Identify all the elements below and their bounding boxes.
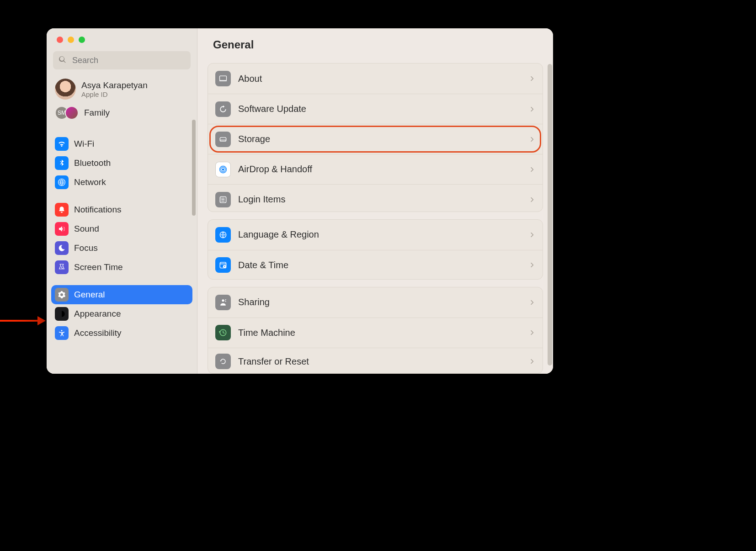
account-name: Asya Karapetyan	[81, 80, 148, 90]
family-label: Family	[84, 108, 110, 118]
svg-rect-1	[220, 76, 227, 80]
sidebar-item-label: Focus	[74, 243, 98, 253]
chevron-right-icon	[529, 232, 535, 238]
chevron-right-icon	[529, 136, 535, 143]
sidebar: Asya Karapetyan Apple ID SM Family Wi-Fi	[47, 28, 197, 374]
family-avatars: SM	[55, 106, 79, 120]
sidebar-item-label: General	[74, 290, 105, 300]
focus-icon	[55, 241, 69, 255]
storage-icon	[215, 132, 231, 147]
annotation-arrow	[0, 317, 46, 324]
row-label: Transfer or Reset	[238, 356, 522, 367]
search-field[interactable]	[53, 51, 191, 69]
svg-point-9	[221, 197, 222, 198]
transfer-reset-icon	[215, 354, 231, 369]
content-scrollbar[interactable]	[548, 64, 552, 366]
settings-group-3: Sharing Time Machine Transfer or Reset	[208, 287, 543, 374]
svg-point-11	[221, 201, 222, 201]
chevron-right-icon	[529, 196, 535, 203]
chevron-right-icon	[529, 262, 535, 268]
row-label: Storage	[238, 134, 522, 144]
sidebar-item-label: Sound	[74, 224, 99, 234]
sound-icon	[55, 222, 69, 236]
sharing-icon	[215, 295, 231, 310]
settings-window: Asya Karapetyan Apple ID SM Family Wi-Fi	[47, 28, 553, 374]
sidebar-item-sound[interactable]: Sound	[51, 219, 192, 238]
svg-point-10	[221, 199, 222, 200]
chevron-right-icon	[529, 75, 535, 82]
notifications-icon	[55, 203, 69, 217]
about-icon	[215, 71, 231, 86]
chevron-right-icon	[529, 166, 535, 173]
row-storage[interactable]: Storage	[208, 124, 543, 154]
svg-point-15	[222, 299, 224, 302]
sidebar-item-notifications[interactable]: Notifications	[51, 200, 192, 219]
row-login-items[interactable]: Login Items	[208, 184, 543, 212]
close-window-button[interactable]	[57, 37, 63, 43]
sidebar-item-accessibility[interactable]: Accessibility	[51, 323, 192, 343]
time-machine-icon	[215, 325, 231, 340]
appearance-icon	[55, 307, 69, 321]
avatar	[55, 79, 76, 100]
sidebar-item-network[interactable]: Network	[51, 173, 192, 192]
sidebar-item-label: Appearance	[74, 309, 121, 319]
sidebar-item-focus[interactable]: Focus	[51, 238, 192, 258]
sidebar-item-screentime[interactable]: Screen Time	[51, 258, 192, 277]
sidebar-item-wifi[interactable]: Wi-Fi	[51, 134, 192, 154]
settings-group-2: Language & Region Date & Time	[208, 219, 543, 280]
chevron-right-icon	[529, 329, 535, 336]
row-label: Time Machine	[238, 328, 522, 338]
sidebar-item-label: Notifications	[74, 205, 122, 215]
window-controls	[47, 28, 197, 43]
family-member-avatar	[65, 106, 79, 120]
minimize-window-button[interactable]	[68, 37, 74, 43]
svg-rect-4	[220, 139, 226, 140]
row-label: Sharing	[238, 297, 522, 307]
apple-id-account[interactable]: Asya Karapetyan Apple ID	[51, 74, 192, 103]
content-pane: General About Software Update	[197, 28, 553, 374]
row-software-update[interactable]: Software Update	[208, 94, 543, 124]
sidebar-item-label: Wi-Fi	[74, 139, 94, 149]
row-label: Language & Region	[238, 229, 522, 240]
zoom-window-button[interactable]	[79, 37, 85, 43]
sidebar-item-label: Accessibility	[74, 328, 121, 338]
sidebar-item-label: Screen Time	[74, 262, 123, 272]
language-region-icon	[215, 227, 231, 243]
row-label: Date & Time	[238, 260, 522, 270]
login-items-icon	[215, 192, 231, 207]
sidebar-item-general[interactable]: General	[51, 285, 192, 304]
date-time-icon	[215, 257, 231, 273]
search-input[interactable]	[71, 55, 185, 66]
sidebar-item-appearance[interactable]: Appearance	[51, 304, 192, 323]
row-airdrop-handoff[interactable]: AirDrop & Handoff	[208, 154, 543, 184]
row-time-machine[interactable]: Time Machine	[208, 318, 543, 348]
screentime-icon	[55, 260, 69, 274]
accessibility-icon	[55, 326, 69, 340]
sidebar-item-bluetooth[interactable]: Bluetooth	[51, 154, 192, 173]
chevron-right-icon	[529, 106, 535, 112]
wifi-icon	[55, 137, 69, 151]
software-update-icon	[215, 101, 231, 117]
svg-rect-2	[219, 80, 227, 81]
svg-rect-3	[220, 137, 226, 141]
row-about[interactable]: About	[208, 64, 543, 94]
row-label: AirDrop & Handoff	[238, 164, 522, 175]
network-icon	[55, 175, 69, 189]
family-row[interactable]: SM Family	[51, 103, 192, 126]
row-date-time[interactable]: Date & Time	[208, 250, 543, 280]
row-label: About	[238, 74, 522, 84]
svg-point-5	[222, 168, 224, 170]
row-sharing[interactable]: Sharing	[208, 287, 543, 318]
search-icon	[59, 55, 67, 65]
row-language-region[interactable]: Language & Region	[208, 220, 543, 250]
airdrop-icon	[215, 162, 231, 177]
row-label: Login Items	[238, 194, 522, 205]
row-label: Software Update	[238, 104, 522, 114]
sidebar-item-label: Network	[74, 177, 106, 187]
account-sub: Apple ID	[81, 90, 148, 98]
row-transfer-reset[interactable]: Transfer or Reset	[208, 348, 543, 374]
sidebar-scrollbar[interactable]	[192, 120, 196, 216]
chevron-right-icon	[529, 299, 535, 306]
bluetooth-icon	[55, 156, 69, 170]
gear-icon	[55, 288, 69, 302]
